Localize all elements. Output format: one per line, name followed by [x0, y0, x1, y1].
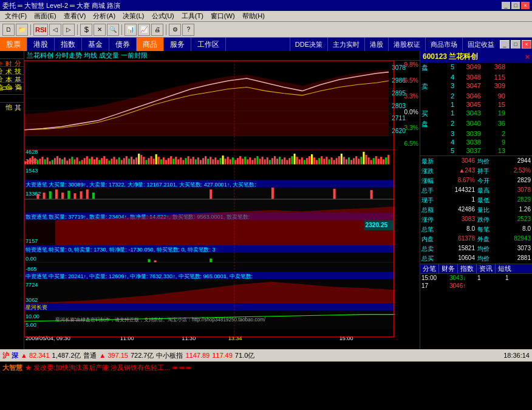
svg-rect-150 [341, 154, 343, 165]
toolbar-settings[interactable]: ⚙ [169, 24, 181, 36]
tab-index[interactable]: 指数 [55, 38, 82, 51]
tab-hkstocks[interactable]: 港股 [27, 38, 55, 51]
toolbar-rsi[interactable]: RSI [33, 24, 48, 36]
menu-tools[interactable]: 工具(T) [178, 11, 207, 21]
right-tab-index[interactable]: 指数 [457, 264, 476, 273]
right-tab-finance[interactable]: 财务 [438, 264, 457, 273]
svg-rect-31 [47, 157, 49, 164]
svg-rect-37 [61, 159, 63, 164]
sidebar-technical[interactable]: 技术分析 [0, 60, 24, 65]
toolbar-chart2[interactable]: 📈 [138, 24, 150, 36]
tab-fixed-income[interactable]: 固定收益 [462, 38, 499, 51]
maximize-button[interactable]: □ [511, 2, 520, 9]
ask-2-level: 2 [429, 92, 455, 100]
sidebar-section-technical[interactable]: 技术分析 [0, 59, 24, 67]
sep4 [166, 24, 166, 35]
xianshou-label: 现手 [420, 196, 448, 205]
bid-3-level: 3 [429, 129, 455, 138]
bid-4-level: 4 [429, 138, 455, 146]
menu-screen[interactable]: 画面(E) [30, 11, 60, 21]
zongmai-val: 10604 [448, 254, 476, 264]
right-tab-short[interactable]: 短线 [495, 264, 514, 273]
svg-text:-865: -865 [26, 266, 36, 272]
toolbar-indicator2[interactable]: ▷ [63, 24, 75, 36]
tab-minimize[interactable]: _ [500, 40, 510, 49]
svg-rect-104 [227, 157, 229, 164]
sidebar-section-timechart[interactable]: 分时走势 [0, 51, 24, 59]
sidebar-capital[interactable]: 资金流向 [0, 76, 24, 81]
tab-close[interactable]: × [522, 40, 531, 49]
toolbar-open[interactable]: 📁 [16, 24, 28, 36]
sidebar-section-t0[interactable]: T+0高级 [0, 83, 24, 95]
toolbar-indicator1[interactable]: ◁ [49, 24, 61, 36]
junjia3-label: 均价 [476, 254, 504, 264]
tab-main-realtime[interactable]: 主力实时 [327, 38, 364, 51]
svg-rect-28 [39, 159, 41, 164]
svg-rect-146 [331, 157, 333, 164]
tab-hk-warrant[interactable]: 港股权证 [388, 38, 425, 51]
menu-decision[interactable]: 决策(L) [119, 11, 148, 21]
bid-4-vol: 9 [482, 138, 506, 146]
tab-bond[interactable]: 债券 [109, 38, 137, 51]
bid-label-4 [420, 138, 429, 146]
bid-1-level: 1 [429, 109, 455, 119]
svg-rect-136 [306, 158, 308, 164]
svg-rect-215 [24, 303, 395, 310]
sidebar-section-capital[interactable]: 资金流向 [0, 75, 24, 83]
tab-service[interactable]: 服务 [164, 38, 191, 51]
right-tab-news[interactable]: 资讯 [476, 264, 495, 273]
svg-rect-54 [103, 156, 105, 164]
stock-close[interactable]: × [525, 53, 530, 61]
menu-formula[interactable]: 公式(U) [148, 11, 178, 21]
zonge-val: 42486 [448, 205, 476, 215]
menu-bar: 文件(F) 画面(E) 查看(V) 分析(A) 决策(L) 公式(U) 工具(T… [0, 11, 532, 22]
toolbar-dolar[interactable]: $ [80, 24, 92, 36]
toolbar-cross[interactable]: ✕ [94, 24, 106, 36]
mid-pct: 71.0亿 [235, 351, 254, 360]
menu-help[interactable]: 帮助(H) [239, 11, 268, 21]
svg-text:11:30: 11:30 [182, 335, 196, 341]
svg-rect-88 [188, 156, 189, 164]
bid-2-level: 2 [429, 119, 455, 129]
toolbar-print[interactable]: 🖨 [151, 24, 163, 36]
svg-rect-115 [254, 158, 256, 164]
svg-rect-184 [86, 190, 89, 199]
bid-5-vol: 13 [482, 146, 506, 155]
toolbar-chart1[interactable]: 📊 [124, 24, 137, 36]
tick-vol-1: 1 [476, 274, 504, 282]
menu-analysis[interactable]: 分析(A) [89, 11, 119, 21]
tab-hk[interactable]: 港股 [364, 38, 388, 51]
zhdie-val: ▲243 [448, 166, 476, 176]
toolbar-help2[interactable]: ? [182, 24, 194, 36]
tab-commodity[interactable]: 商品 [137, 38, 164, 51]
minimize-button[interactable]: _ [502, 2, 510, 9]
tab-stocks[interactable]: 股票 [0, 38, 27, 51]
svg-rect-74 [153, 159, 155, 164]
sidebar-other[interactable]: 其他 [0, 96, 24, 101]
sidebar-timechart[interactable]: 分时走势 [0, 52, 24, 57]
tab-workspace[interactable]: 工作区 [191, 38, 226, 51]
sidebar-section-fundamental[interactable]: 基本分析 [0, 67, 24, 75]
svg-rect-185 [92, 193, 95, 199]
tab-dde[interactable]: DDE决策 [290, 38, 327, 51]
sidebar-section-other[interactable]: 其他 [0, 95, 24, 103]
close-button[interactable]: × [521, 2, 530, 9]
toolbar-search[interactable]: 🔍 [107, 24, 119, 36]
toolbar-new[interactable]: 🗋 [2, 24, 15, 36]
sidebar-fundamental[interactable]: 基本分析 [0, 68, 24, 73]
svg-rect-182 [73, 193, 76, 199]
right-tab-fbi[interactable]: 分笔 [420, 264, 438, 273]
menu-view[interactable]: 查看(V) [60, 11, 90, 21]
menu-window[interactable]: 窗口(W) [207, 11, 239, 21]
sh-label: 沪 [2, 351, 9, 360]
tab-commodity-market[interactable]: 商品市场 [425, 38, 462, 51]
tab-maximize[interactable]: □ [511, 40, 520, 49]
svg-rect-187 [271, 188, 274, 199]
svg-rect-43 [76, 157, 78, 164]
menu-file[interactable]: 文件(F) [1, 11, 30, 21]
jinkhai-label: 今开 [476, 176, 504, 186]
sidebar-t0[interactable]: T+0高级 [0, 84, 24, 93]
stock-code-name: 600123 兰花科创 [423, 52, 478, 62]
svg-rect-137 [309, 156, 310, 164]
tab-fund[interactable]: 基金 [82, 38, 109, 51]
